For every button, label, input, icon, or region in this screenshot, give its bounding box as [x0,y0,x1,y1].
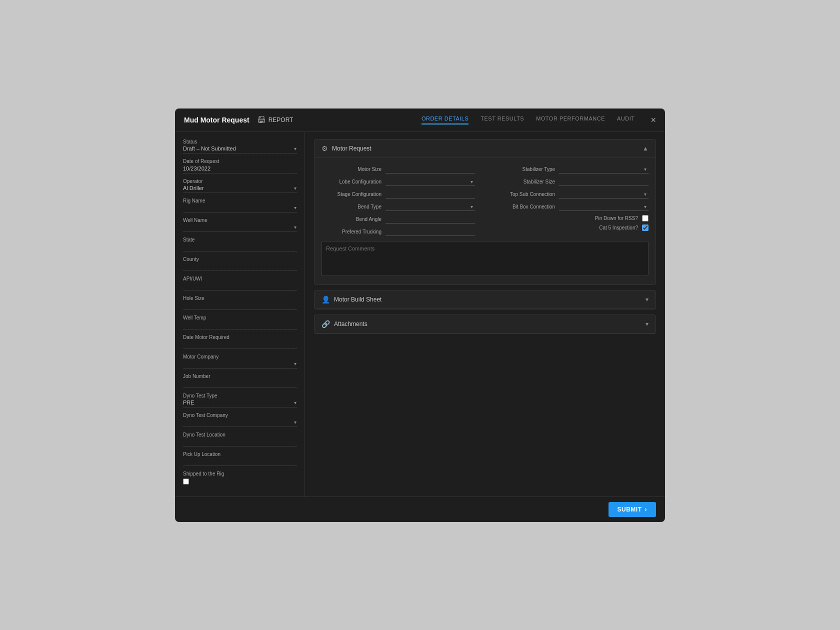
sidebar-field-well-name: Well Name ▾ [183,218,296,232]
svg-rect-4 [260,117,261,118]
stabilizer-size-row: Stabilizer Size [495,178,648,186]
motor-build-icon: 👤 [322,296,330,304]
svg-rect-1 [258,119,264,122]
sidebar-field-date: Date of Request 10/23/2022 [183,158,296,174]
county-label: County [183,256,296,262]
sidebar-field-dyno-company: Dyno Test Company ▾ [183,412,296,427]
date-motor-value[interactable] [183,341,296,349]
tab-audit[interactable]: AUDIT [617,116,635,124]
tab-bar: ORDER DETAILS TEST RESULTS MOTOR PERFORM… [422,116,635,124]
tab-test-results[interactable]: TEST RESULTS [480,116,524,124]
modal-header: Mud Motor Request REPORT ORDER DETAILS T… [175,108,665,132]
lobe-config-select[interactable] [386,178,475,186]
well-temp-label: Well Temp [183,315,296,320]
motor-request-grid: Motor Size Lobe Configuration [322,165,648,236]
bend-type-select[interactable] [386,202,475,211]
submit-label: SUBMIT [618,506,642,513]
sidebar-field-motor-company: Motor Company ▾ [183,354,296,368]
shipped-checkbox[interactable] [183,478,189,484]
report-button[interactable]: REPORT [258,116,294,124]
svg-rect-0 [259,116,264,120]
shipped-checkbox-wrapper [183,478,296,484]
stabilizer-size-label: Stabilizer Size [495,179,555,184]
pin-down-checkbox[interactable] [642,215,648,222]
status-label: Status [183,139,296,144]
motor-request-body: Motor Size Lobe Configuration [314,158,656,284]
sidebar-field-pickup-location: Pick Up Location [183,452,296,466]
stabilizer-size-input[interactable] [559,178,648,186]
motor-request-chevron: ▲ [642,145,648,152]
stabilizer-type-row: Stabilizer Type [495,165,648,174]
dyno-type-label: Dyno Test Type [183,393,296,398]
top-sub-row: Top Sub Connection [495,190,648,198]
tab-motor-performance[interactable]: MOTOR PERFORMANCE [536,116,605,124]
motor-build-sheet-header[interactable]: 👤 Motor Build Sheet ▾ [314,290,656,309]
well-temp-value[interactable] [183,322,296,330]
attachments-section: 🔗 Attachments ▾ [314,314,656,334]
modal-title: Mud Motor Request [184,116,250,124]
tab-order-details[interactable]: ORDER DETAILS [422,116,468,124]
hole-size-label: Hole Size [183,296,296,301]
dyno-type-value[interactable]: PRE ▾ [183,400,296,408]
dyno-company-arrow: ▾ [294,420,296,425]
sidebar-field-well-temp: Well Temp [183,315,296,330]
rig-name-value[interactable]: ▾ [183,204,296,212]
close-button[interactable]: × [650,116,656,124]
hole-size-value[interactable] [183,302,296,310]
bend-angle-label: Bend Angle [322,216,382,222]
motor-size-input[interactable] [386,165,475,174]
operator-value[interactable]: Al Driller ▾ [183,185,296,193]
api-label: API/UWI [183,276,296,282]
attachments-header[interactable]: 🔗 Attachments ▾ [314,315,656,334]
bit-box-select-wrapper [559,202,648,211]
status-value[interactable]: Draft – Not Submitted ▾ [183,146,296,154]
pin-down-row: Pin Down for RSS? [495,215,648,222]
stabilizer-type-select[interactable] [559,165,648,174]
request-comments-textarea[interactable] [322,241,648,276]
cat5-checkbox[interactable] [642,224,648,231]
bit-box-select[interactable] [559,202,648,211]
api-value[interactable] [183,282,296,290]
dyno-company-value[interactable]: ▾ [183,419,296,427]
sidebar-field-shipped: Shipped to the Rig [183,471,296,484]
state-label: State [183,237,296,242]
dyno-company-label: Dyno Test Company [183,412,296,418]
bend-type-row: Bend Type [322,202,475,211]
date-label: Date of Request [183,158,296,164]
pickup-location-value[interactable] [183,458,296,466]
motor-size-row: Motor Size [322,165,475,174]
motor-req-right: Stabilizer Type Stabilizer Size [495,165,648,236]
svg-rect-2 [260,121,264,122]
sidebar-field-operator: Operator Al Driller ▾ [183,178,296,193]
dyno-location-value[interactable] [183,438,296,446]
stabilizer-type-label: Stabilizer Type [495,166,555,172]
svg-rect-3 [260,122,262,123]
sidebar-field-job-number: Job Number [183,374,296,388]
submit-arrow-icon: › [645,506,648,513]
motor-company-label: Motor Company [183,354,296,360]
stage-config-label: Stage Configuration [322,192,382,197]
state-value[interactable] [183,244,296,252]
pickup-location-label: Pick Up Location [183,452,296,457]
job-number-value[interactable] [183,380,296,388]
submit-button[interactable]: SUBMIT › [608,502,656,517]
preferred-trucking-input[interactable] [386,228,475,236]
modal-footer: SUBMIT › [175,496,665,522]
motor-company-arrow: ▾ [294,361,296,366]
status-arrow: ▾ [294,146,296,152]
rig-name-label: Rig Name [183,198,296,204]
county-value[interactable] [183,263,296,271]
bend-angle-input[interactable] [386,215,475,224]
mud-motor-request-modal: Mud Motor Request REPORT ORDER DETAILS T… [175,108,665,522]
lobe-config-label: Lobe Configuration [322,179,382,184]
top-sub-select[interactable] [559,190,648,198]
job-number-label: Job Number [183,374,296,379]
top-sub-label: Top Sub Connection [495,192,555,197]
modal-body: Status Draft – Not Submitted ▾ Date of R… [175,132,665,496]
motor-company-value[interactable]: ▾ [183,360,296,368]
well-name-value[interactable]: ▾ [183,224,296,232]
lobe-config-row: Lobe Configuration [322,178,475,186]
cat5-label: Cat 5 Inspection? [599,225,638,230]
stage-config-input[interactable] [386,190,475,198]
motor-request-header[interactable]: ⚙ Motor Request ▲ [314,140,656,158]
